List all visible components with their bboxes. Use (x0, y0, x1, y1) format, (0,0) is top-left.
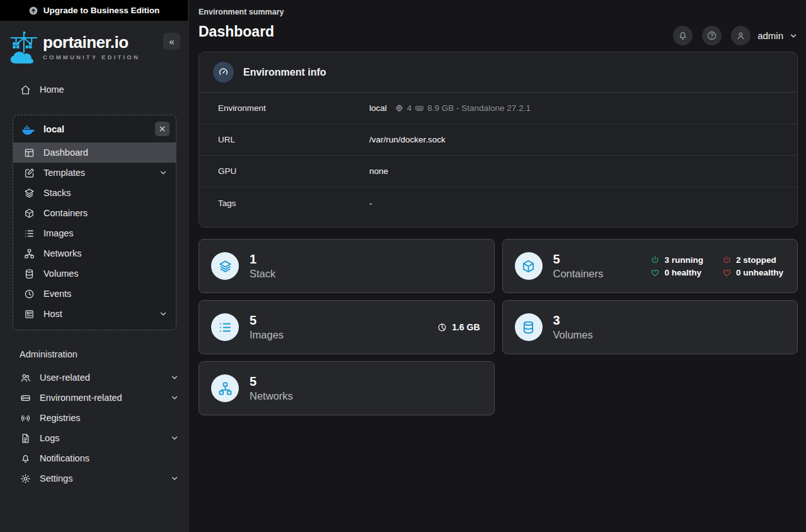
list-icon (23, 228, 35, 239)
sidebar-item-label: Events (43, 289, 71, 299)
networks-count: 5 (250, 374, 293, 389)
upgrade-banner[interactable]: Upgrade to Business Edition (0, 0, 188, 21)
images-size: 1.6 GB (437, 322, 480, 332)
stacks-card[interactable]: 1 Stack (199, 239, 495, 293)
networks-card[interactable]: 5 Networks (199, 361, 495, 415)
sidebar-item-environment-related[interactable]: Environment-related (0, 388, 189, 408)
gauge-icon (213, 62, 234, 83)
sidebar-item-events[interactable]: Events (13, 284, 176, 304)
network-icon (211, 374, 239, 402)
info-label: Environment (218, 103, 369, 113)
sidebar-item-volumes[interactable]: Volumes (13, 263, 176, 284)
chevron-down-icon (170, 373, 179, 382)
administration-section-label: Administration (20, 349, 189, 359)
sidebar-item-dashboard[interactable]: Dashboard (13, 142, 176, 163)
sidebar-item-label: Dashboard (43, 147, 88, 158)
help-icon (706, 30, 717, 41)
users-icon (20, 372, 31, 383)
info-value: local 4 8.9 GB - Standalone 27.2.1 (369, 103, 531, 113)
sidebar-item-label: Logs (40, 433, 59, 443)
server-icon (20, 392, 31, 403)
info-row-tags: Tags - (199, 187, 797, 219)
volumes-count: 3 (553, 313, 593, 328)
chevron-down-icon (159, 309, 168, 318)
environment-meta: 4 8.9 GB - Standalone 27.2.1 (394, 103, 531, 113)
environment-close-button[interactable] (155, 122, 170, 136)
logo-title: portainer.io (43, 34, 140, 50)
unhealthy-stat: 0 unhealthy (722, 268, 783, 277)
network-icon (23, 248, 35, 259)
sidebar-item-label: Networks (43, 248, 81, 258)
card-text: 1 Stack (250, 252, 275, 280)
sidebar-item-home[interactable]: Home (0, 78, 189, 101)
sidebar-item-images[interactable]: Images (13, 223, 176, 243)
info-row-gpu: GPU none (199, 156, 797, 187)
user-menu-label[interactable]: admin (757, 30, 783, 41)
chevron-down-icon (159, 168, 168, 177)
sidebar-item-label: Home (40, 84, 64, 95)
sidebar-item-label: Templates (43, 168, 85, 178)
containers-count: 5 (553, 252, 604, 267)
sidebar-item-host[interactable]: Host (13, 304, 176, 324)
info-row-environment: Environment local 4 8.9 GB - Standalone … (199, 93, 797, 124)
chevron-down-icon (170, 474, 179, 483)
info-label: URL (218, 135, 369, 144)
double-chevron-left-icon: « (169, 36, 174, 47)
environment-name: local (43, 124, 64, 134)
layers-icon (23, 187, 35, 199)
sidebar-item-label: Environment-related (40, 393, 122, 403)
list-icon (211, 313, 239, 341)
notifications-button[interactable] (673, 26, 693, 45)
memory-info: 8.9 GB - Standalone 27.2.1 (427, 103, 531, 113)
bell-icon (20, 453, 31, 464)
sidebar-item-networks[interactable]: Networks (13, 243, 176, 263)
sidebar-item-logs[interactable]: Logs (0, 428, 189, 448)
running-label: 3 running (664, 255, 703, 265)
upgrade-banner-label: Upgrade to Business Edition (43, 6, 160, 15)
edit-icon (23, 167, 35, 178)
sidebar-item-notifications[interactable]: Notifications (0, 448, 189, 468)
chevron-down-icon (170, 393, 179, 402)
breadcrumb: Environment summary (199, 0, 798, 16)
administration-nav: User-related Environment-related Registr… (0, 367, 189, 489)
stacks-label: Stack (250, 268, 275, 280)
environment-box: local Dashboard Templates Stacks Contain… (13, 115, 176, 330)
sidebar-item-containers[interactable]: Containers (13, 203, 176, 223)
heart-icon (650, 268, 660, 277)
containers-card[interactable]: 5 Containers 3 running 0 healthy 2 stopp… (502, 239, 798, 293)
app-root: Upgrade to Business Edition portainer.io (0, 0, 806, 532)
info-label: Tags (218, 199, 369, 208)
logo-subtitle: COMMUNITY EDITION (43, 54, 140, 61)
user-avatar[interactable] (731, 26, 751, 45)
help-button[interactable] (702, 26, 722, 45)
environment-value: local (369, 103, 387, 113)
card-text: 3 Volumes (553, 313, 593, 341)
info-label: GPU (218, 166, 369, 176)
sidebar-item-settings[interactable]: Settings (0, 468, 189, 489)
close-icon (159, 125, 166, 132)
sidebar-collapse-button[interactable]: « (163, 33, 180, 50)
header-actions: admin (664, 26, 798, 45)
images-card[interactable]: 5 Images 1.6 GB (199, 300, 495, 354)
volumes-label: Volumes (553, 329, 593, 341)
power-icon (722, 255, 732, 265)
sidebar-item-label: Host (43, 309, 62, 319)
portainer-logo-icon (9, 29, 38, 66)
sidebar-item-registries[interactable]: Registries (0, 408, 189, 428)
environment-header: local (13, 115, 176, 142)
sidebar-item-templates[interactable]: Templates (13, 163, 176, 183)
sidebar-item-stacks[interactable]: Stacks (13, 183, 176, 203)
chevron-down-icon[interactable] (789, 32, 798, 40)
sidebar-item-user-related[interactable]: User-related (0, 367, 189, 388)
sidebar-item-label: Containers (43, 208, 88, 218)
user-icon (735, 30, 746, 41)
networks-label: Networks (250, 390, 293, 402)
stopped-label: 2 stopped (736, 255, 776, 265)
volumes-card[interactable]: 3 Volumes (502, 300, 798, 354)
layers-icon (211, 252, 239, 280)
database-icon (23, 268, 35, 279)
healthy-stat: 0 healthy (650, 268, 703, 277)
healthy-label: 0 healthy (664, 268, 701, 277)
environment-info-header: Environment info (199, 52, 797, 92)
database-icon (515, 313, 543, 341)
